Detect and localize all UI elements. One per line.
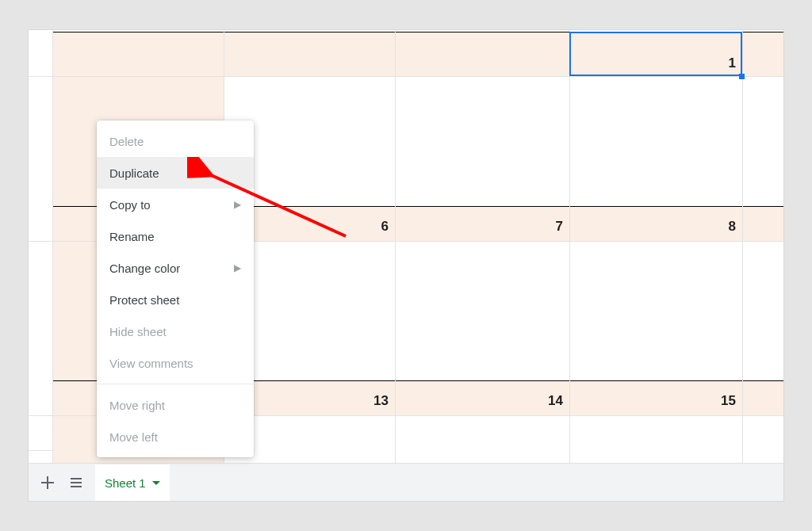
menu-item-duplicate[interactable]: Duplicate: [97, 157, 254, 189]
submenu-indicator-icon: ▶: [234, 199, 241, 210]
day-number: 7: [395, 219, 563, 235]
sheet-tab-menu-icon[interactable]: [152, 481, 160, 485]
app-frame: 1 6 7 8 13 14 15 Sheet 1 Delete Duplicat…: [29, 30, 783, 501]
sheet-tab-bar: Sheet 1: [29, 463, 783, 501]
sheet-context-menu: Delete Duplicate Copy to▶ Rename Change …: [97, 120, 254, 457]
menu-item-delete[interactable]: Delete: [97, 125, 254, 157]
sheet-tab-label: Sheet 1: [105, 476, 146, 490]
selected-cell[interactable]: [569, 32, 742, 76]
all-sheets-button[interactable]: [62, 468, 90, 497]
menu-item-change-color[interactable]: Change color▶: [97, 252, 254, 284]
sheet-tab-active[interactable]: Sheet 1: [95, 464, 170, 501]
menu-item-rename[interactable]: Rename: [97, 220, 254, 252]
row-header-column: [29, 30, 52, 463]
menu-item-move-right[interactable]: Move right: [97, 389, 254, 421]
menu-separator: [97, 384, 254, 384]
menu-item-copy-to[interactable]: Copy to▶: [97, 189, 254, 220]
add-sheet-button[interactable]: [33, 468, 62, 497]
day-number: 15: [569, 393, 736, 409]
submenu-indicator-icon: ▶: [234, 262, 241, 273]
menu-item-view-comments[interactable]: View comments: [97, 347, 254, 379]
menu-item-protect-sheet[interactable]: Protect sheet: [97, 284, 254, 315]
day-number: 8: [569, 219, 736, 235]
day-number: 14: [395, 393, 563, 409]
selection-handle[interactable]: [739, 74, 745, 79]
menu-item-hide-sheet[interactable]: Hide sheet: [97, 315, 254, 347]
menu-item-move-left[interactable]: Move left: [97, 421, 254, 453]
